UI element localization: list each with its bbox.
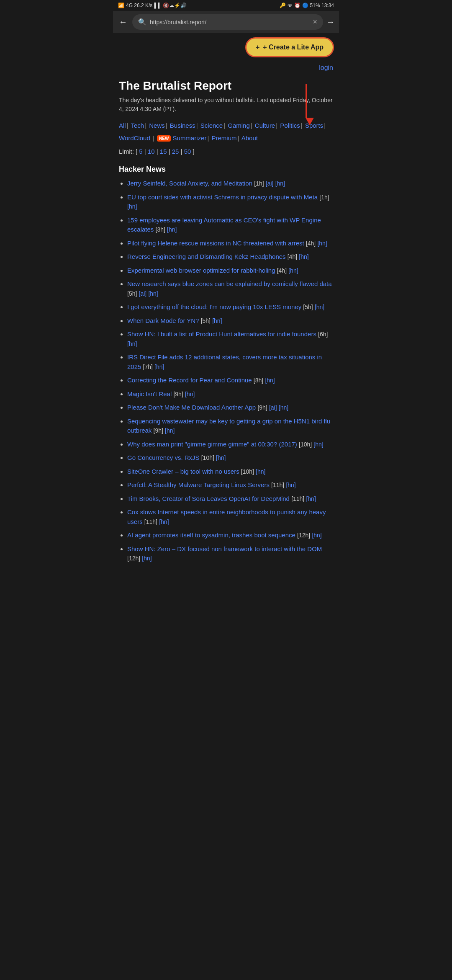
article-tag[interactable]: [hn]: [299, 253, 308, 260]
site-title: The Brutalist Report: [119, 79, 333, 93]
article-tag[interactable]: [hn]: [306, 495, 316, 502]
article-link[interactable]: Tim Brooks, Creator of Sora Leaves OpenA…: [127, 495, 290, 502]
article-tag[interactable]: [hn]: [148, 290, 158, 297]
list-item: Why does man print "gimme gimme gimme" a…: [127, 440, 333, 449]
nav-summarizer[interactable]: Summarizer: [173, 134, 207, 142]
article-tag[interactable]: [hn]: [185, 391, 195, 397]
article-tag[interactable]: [hn]: [312, 532, 321, 539]
hacker-news-title: Hacker News: [119, 165, 333, 174]
article-link[interactable]: SiteOne Crawler – big tool with no users: [127, 468, 239, 475]
list-item: SiteOne Crawler – big tool with no users…: [127, 467, 333, 477]
limit-row: Limit: [ 5 | 10 | 15 | 25 | 50 ]: [119, 148, 333, 155]
nav-about[interactable]: About: [241, 134, 258, 142]
article-tag[interactable]: [hn]: [154, 364, 164, 370]
article-tag[interactable]: [hn]: [315, 304, 324, 310]
limit-10[interactable]: 10: [148, 148, 155, 155]
list-item: Jerry Seinfeld, Social Anxiety, and Medi…: [127, 179, 333, 188]
article-tag[interactable]: [ai]: [139, 290, 147, 297]
limit-5[interactable]: 5: [139, 148, 142, 155]
article-meta: [1h]: [319, 194, 329, 201]
login-link[interactable]: login: [319, 64, 333, 71]
url-text: https://brutalist.report/: [150, 19, 309, 26]
article-meta: [3h]: [156, 226, 165, 233]
article-tag[interactable]: [hn]: [165, 427, 175, 434]
nav-gaming[interactable]: Gaming: [228, 122, 250, 129]
article-tag[interactable]: [hn]: [216, 454, 226, 461]
article-link[interactable]: Why does man print "gimme gimme gimme" a…: [127, 441, 297, 448]
article-link[interactable]: Please Don't Make Me Download Another Ap…: [127, 404, 256, 411]
nav-business[interactable]: Business: [170, 122, 195, 129]
article-link[interactable]: Cox slows Internet speeds in entire neig…: [127, 508, 326, 525]
limit-50[interactable]: 50: [184, 148, 191, 155]
status-right: 🔑 👁 ⏰ 🔵 51% 13:34: [280, 3, 334, 8]
article-link[interactable]: Pilot flying Helene rescue missions in N…: [127, 240, 304, 247]
login-row: login: [119, 63, 333, 75]
article-tag[interactable]: [hn]: [265, 377, 275, 384]
article-tag[interactable]: [hn]: [286, 482, 295, 488]
list-item: IRS Direct File adds 12 additional state…: [127, 353, 333, 371]
create-lite-app-button[interactable]: + + Create a Lite App: [245, 37, 334, 57]
article-link[interactable]: I got everything off the cloud: I'm now …: [127, 303, 301, 310]
article-link[interactable]: Reverse Engineering and Dismantling Kekz…: [127, 253, 286, 260]
nav-all[interactable]: All: [119, 122, 126, 129]
article-link[interactable]: Experimental web browser optimized for r…: [127, 267, 275, 274]
article-tag[interactable]: [hn]: [317, 240, 327, 247]
article-tag[interactable]: [ai]: [269, 404, 277, 411]
article-tag[interactable]: [hn]: [167, 226, 177, 233]
article-link[interactable]: Correcting the Record for Pear and Conti…: [127, 377, 252, 384]
article-tag[interactable]: [hn]: [313, 441, 323, 448]
article-meta: [11h]: [144, 518, 157, 525]
article-link[interactable]: Show HN: I built a list of Product Hunt …: [127, 330, 316, 338]
article-link[interactable]: Jerry Seinfeld, Social Anxiety, and Medi…: [127, 180, 252, 187]
limit-15[interactable]: 15: [160, 148, 167, 155]
article-link[interactable]: EU top court sides with activist Schrems…: [127, 193, 318, 201]
article-link[interactable]: Magic Isn't Real: [127, 390, 172, 397]
limit-25[interactable]: 25: [172, 148, 179, 155]
list-item: Reverse Engineering and Dismantling Kekz…: [127, 252, 333, 262]
article-tag[interactable]: [hn]: [142, 555, 152, 562]
article-link[interactable]: Perfctl: A Stealthy Malware Targeting Li…: [127, 481, 270, 488]
article-link[interactable]: When Dark Mode for YN?: [127, 317, 199, 324]
article-meta: [1h]: [254, 180, 264, 187]
article-tag[interactable]: [hn]: [159, 518, 169, 525]
nav-wordcloud[interactable]: WordCloud: [119, 134, 150, 142]
clear-url-button[interactable]: ×: [313, 18, 317, 26]
list-item: AI agent promotes itself to sysadmin, tr…: [127, 531, 333, 540]
article-tag[interactable]: [hn]: [256, 468, 265, 475]
article-tag[interactable]: [hn]: [288, 267, 298, 274]
article-tag[interactable]: [hn]: [212, 317, 222, 324]
list-item: Sequencing wastewater may be key to gett…: [127, 417, 333, 436]
forward-button[interactable]: →: [326, 17, 335, 27]
list-item: I got everything off the cloud: I'm now …: [127, 302, 333, 312]
nav-science[interactable]: Science: [200, 122, 223, 129]
nav-news[interactable]: News: [149, 122, 165, 129]
article-tag[interactable]: [hn]: [279, 404, 288, 411]
article-link[interactable]: AI agent promotes itself to sysadmin, tr…: [127, 531, 295, 539]
list-item: Cox slows Internet speeds in entire neig…: [127, 508, 333, 526]
article-tag[interactable]: [ai]: [266, 180, 274, 187]
alarm-icon: ⏰: [294, 3, 300, 8]
nav-culture[interactable]: Culture: [255, 122, 275, 129]
nav-tech[interactable]: Tech: [131, 122, 144, 129]
eye-icon: 👁: [288, 3, 293, 8]
article-meta: [9h]: [154, 427, 163, 434]
news-list: Jerry Seinfeld, Social Anxiety, and Medi…: [119, 179, 333, 563]
key-icon: 🔑: [280, 3, 286, 8]
article-link[interactable]: Go Concurrency vs. RxJS: [127, 454, 200, 461]
create-app-row: + + Create a Lite App: [113, 33, 339, 59]
article-tag[interactable]: [hn]: [127, 340, 137, 347]
article-tag[interactable]: [hn]: [275, 180, 285, 187]
back-button[interactable]: ←: [117, 15, 129, 28]
search-icon: 🔍: [138, 18, 146, 26]
nav-politics[interactable]: Politics: [280, 122, 300, 129]
article-meta: [10h]: [241, 468, 254, 475]
article-tag[interactable]: [hn]: [127, 203, 137, 210]
new-badge: NEW: [157, 135, 171, 142]
article-meta: [12h]: [297, 532, 310, 539]
signal-icon: 📶: [118, 3, 124, 8]
url-bar[interactable]: 🔍 https://brutalist.report/ ×: [132, 14, 323, 30]
article-link[interactable]: New research says blue zones can be expl…: [127, 280, 332, 287]
list-item: Experimental web browser optimized for r…: [127, 266, 333, 276]
nav-premium[interactable]: Premium: [211, 134, 236, 142]
article-link[interactable]: Show HN: Zero – DX focused non framework…: [127, 545, 322, 552]
